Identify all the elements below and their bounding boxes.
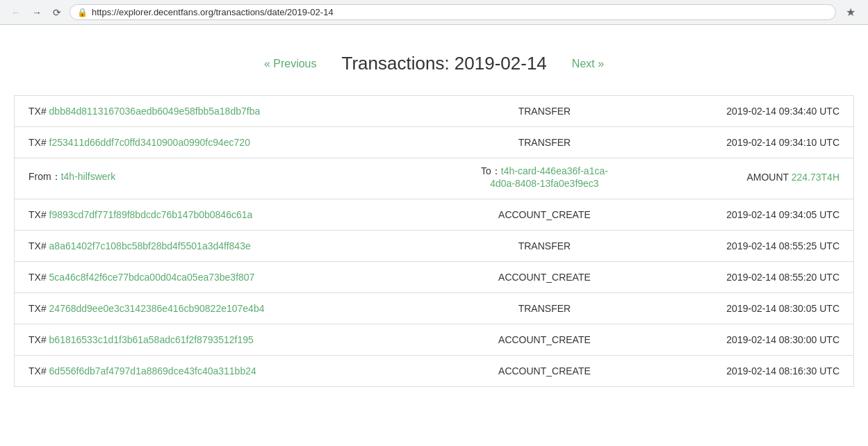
address-bar[interactable]: 🔒 https://explorer.decentfans.org/transa… xyxy=(69,4,836,20)
browser-bar: ← → ⟳ 🔒 https://explorer.decentfans.org/… xyxy=(0,0,868,25)
tx-prefix: TX# xyxy=(28,272,49,283)
tx-id-cell: TX# 24768dd9ee0e3c3142386e416cb90822e107… xyxy=(15,293,457,324)
next-button[interactable]: Next » xyxy=(561,53,615,74)
tx-type-cell: ACCOUNT_CREATE xyxy=(456,262,632,293)
from-cell: From：t4h-hilfswerk xyxy=(15,158,457,199)
tx-time-cell: 2019-02-14 09:34:10 UTC xyxy=(633,127,854,158)
table-row: TX# f253411d66ddf7c0ffd3410900a0990fc94e… xyxy=(15,127,854,158)
page-title: Transactions: 2019-02-14 xyxy=(328,53,561,74)
tx-time-cell: 2019-02-14 08:55:25 UTC xyxy=(633,231,854,262)
tx-type-cell: ACCOUNT_CREATE xyxy=(456,324,632,356)
forward-button[interactable]: → xyxy=(29,6,44,19)
nav-header: « Previous Transactions: 2019-02-14 Next… xyxy=(14,53,854,74)
tx-id-cell: TX# 6d556f6db7af4797d1a8869dce43fc40a311… xyxy=(15,356,457,387)
tx-id-cell: TX# f253411d66ddf7c0ffd3410900a0990fc94e… xyxy=(15,127,457,158)
table-row: TX# 6d556f6db7af4797d1a8869dce43fc40a311… xyxy=(15,356,854,387)
from-label: From： xyxy=(28,171,61,182)
amount-cell: AMOUNT 224.73T4H xyxy=(633,158,854,199)
tx-prefix: TX# xyxy=(28,334,49,345)
table-row: TX# b61816533c1d1f3b61a58adc61f2f8793512… xyxy=(15,324,854,356)
tx-type-cell: TRANSFER xyxy=(456,127,632,158)
tx-type-cell: ACCOUNT_CREATE xyxy=(456,199,632,231)
back-button[interactable]: ← xyxy=(8,6,24,19)
tx-hash-link[interactable]: 5ca46c8f42f6ce77bdca00d04ca05ea73be3f807 xyxy=(49,272,255,283)
tx-hash-link[interactable]: f9893cd7df771f89f8bdcdc76b147b0b0846c61a xyxy=(49,209,253,220)
tx-id-cell: TX# dbb84d8113167036aedb6049e58fbb5a18db… xyxy=(15,96,457,127)
from-value-link[interactable]: t4h-hilfswerk xyxy=(61,171,116,182)
tx-prefix: TX# xyxy=(28,106,49,117)
tx-prefix: TX# xyxy=(28,137,49,148)
tx-type-cell: TRANSFER xyxy=(456,96,632,127)
to-cell: To：t4h-card-446ea36f-a1ca-4d0a-8408-13fa… xyxy=(456,158,632,199)
tx-time-cell: 2019-02-14 09:34:40 UTC xyxy=(633,96,854,127)
tx-id-cell: TX# f9893cd7df771f89f8bdcdc76b147b0b0846… xyxy=(15,199,457,231)
tx-time-cell: 2019-02-14 09:34:05 UTC xyxy=(633,199,854,231)
bookmark-button[interactable]: ★ xyxy=(842,4,860,20)
tx-id-cell: TX# 5ca46c8f42f6ce77bdca00d04ca05ea73be3… xyxy=(15,262,457,293)
tx-time-cell: 2019-02-14 08:30:05 UTC xyxy=(633,293,854,324)
table-row: TX# a8a61402f7c108bc58bf28bd4f5501a3d4ff… xyxy=(15,231,854,262)
page-content: « Previous Transactions: 2019-02-14 Next… xyxy=(0,25,868,401)
tx-hash-link[interactable]: a8a61402f7c108bc58bf28bd4f5501a3d4ff843e xyxy=(49,240,251,251)
tx-type-cell: TRANSFER xyxy=(456,293,632,324)
to-label: To： xyxy=(481,165,501,176)
tx-prefix: TX# xyxy=(28,209,49,220)
tx-prefix: TX# xyxy=(28,240,49,251)
tx-hash-link[interactable]: b61816533c1d1f3b61a58adc61f2f8793512f195 xyxy=(49,334,254,345)
to-value-link[interactable]: t4h-card-446ea36f-a1ca-4d0a-8408-13fa0e3… xyxy=(490,165,608,189)
tx-hash-link[interactable]: f253411d66ddf7c0ffd3410900a0990fc94ec720 xyxy=(49,137,250,148)
table-row: TX# dbb84d8113167036aedb6049e58fbb5a18db… xyxy=(15,96,854,127)
prev-button[interactable]: « Previous xyxy=(253,53,328,74)
table-row: TX# f9893cd7df771f89f8bdcdc76b147b0b0846… xyxy=(15,199,854,231)
tx-type-cell: ACCOUNT_CREATE xyxy=(456,356,632,387)
table-row: TX# 5ca46c8f42f6ce77bdca00d04ca05ea73be3… xyxy=(15,262,854,293)
reload-button[interactable]: ⟳ xyxy=(50,6,64,19)
tx-id-cell: TX# a8a61402f7c108bc58bf28bd4f5501a3d4ff… xyxy=(15,231,457,262)
tx-type-cell: TRANSFER xyxy=(456,231,632,262)
tx-hash-link[interactable]: dbb84d8113167036aedb6049e58fbb5a18db7fba xyxy=(49,106,261,117)
table-row: TX# 24768dd9ee0e3c3142386e416cb90822e107… xyxy=(15,293,854,324)
amount-label: AMOUNT xyxy=(746,172,791,183)
tx-detail-row: From：t4h-hilfswerkTo：t4h-card-446ea36f-a… xyxy=(15,158,854,199)
tx-time-cell: 2019-02-14 08:30:00 UTC xyxy=(633,324,854,356)
amount-value: 224.73T4H xyxy=(792,172,840,183)
lock-icon: 🔒 xyxy=(77,8,88,17)
tx-hash-link[interactable]: 6d556f6db7af4797d1a8869dce43fc40a311bb24 xyxy=(49,365,256,377)
transactions-table: TX# dbb84d8113167036aedb6049e58fbb5a18db… xyxy=(14,95,854,387)
tx-prefix: TX# xyxy=(28,303,49,314)
tx-time-cell: 2019-02-14 08:55:20 UTC xyxy=(633,262,854,293)
tx-time-cell: 2019-02-14 08:16:30 UTC xyxy=(633,356,854,387)
tx-hash-link[interactable]: 24768dd9ee0e3c3142386e416cb90822e107e4b4 xyxy=(49,303,265,314)
tx-prefix: TX# xyxy=(28,365,49,377)
url-text: https://explorer.decentfans.org/transact… xyxy=(92,7,334,17)
tx-id-cell: TX# b61816533c1d1f3b61a58adc61f2f8793512… xyxy=(15,324,457,356)
